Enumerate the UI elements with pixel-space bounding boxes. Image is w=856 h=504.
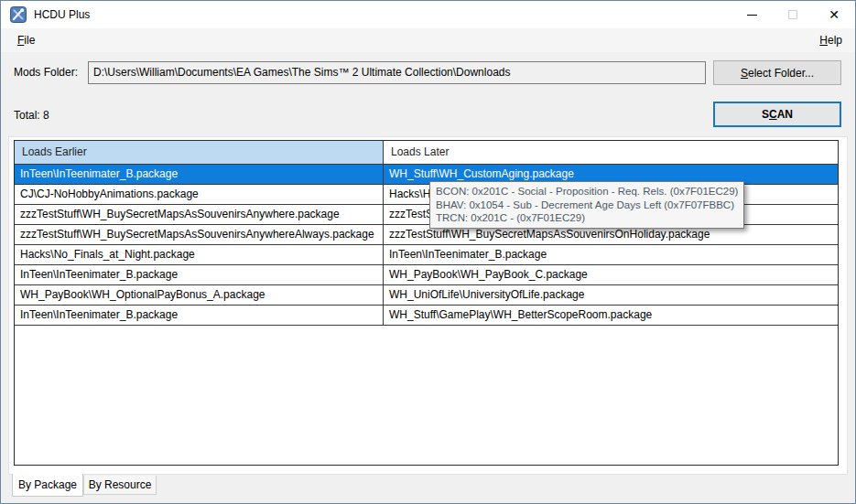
total-label: Total: 8 xyxy=(14,103,49,127)
menu-item-file[interactable]: File xyxy=(10,28,42,52)
tooltip-line: TRCN: 0x201C - (0x7F01EC29) xyxy=(436,211,738,225)
select-folder-button[interactable]: Select Folder... xyxy=(713,60,841,85)
table-row[interactable]: WH_PayBook\WH_OptionalPayBonus_A.package… xyxy=(15,285,838,306)
menu-bar: File Help xyxy=(1,28,855,52)
tooltip-line: BHAV: 0x1054 - Sub - Decrement Age Days … xyxy=(436,198,738,212)
window-title: HCDU Plus xyxy=(34,1,90,28)
conflict-tooltip: BCON: 0x201C - Social - Proposition - Re… xyxy=(429,181,744,229)
minimize-icon xyxy=(747,15,757,16)
table-row[interactable]: InTeen\InTeenimater_B.package WH_Stuff\G… xyxy=(15,306,838,326)
maximize-button xyxy=(772,1,814,28)
table-row[interactable]: Hacks\No_Finals_at_Night.package InTeen\… xyxy=(15,245,838,265)
table-row[interactable]: InTeen\InTeenimater_B.package WH_PayBook… xyxy=(15,265,838,285)
title-bar: HCDU Plus ✕ xyxy=(1,1,855,28)
column-header-loads-later[interactable]: Loads Later xyxy=(384,141,838,164)
column-header-loads-earlier[interactable]: Loads Earlier xyxy=(15,141,384,164)
scan-button[interactable]: SCAN xyxy=(713,102,841,127)
mods-folder-input[interactable]: D:\Users\William\Documents\EA Games\The … xyxy=(88,61,706,84)
tab-by-package[interactable]: By Package xyxy=(12,474,83,497)
table-header-row: Loads Earlier Loads Later xyxy=(15,141,838,165)
app-icon xyxy=(10,6,27,23)
close-button[interactable]: ✕ xyxy=(813,1,855,28)
mods-folder-label: Mods Folder: xyxy=(14,61,78,84)
close-icon: ✕ xyxy=(829,7,840,22)
menu-item-help[interactable]: Help xyxy=(812,28,850,52)
tooltip-line: BCON: 0x201C - Social - Proposition - Re… xyxy=(436,185,738,198)
app-window: HCDU Plus ✕ File Help Mods Folder: D:\Us… xyxy=(0,0,856,504)
maximize-icon xyxy=(788,10,797,19)
tab-by-resource[interactable]: By Resource xyxy=(83,476,157,495)
minimize-button[interactable] xyxy=(731,1,773,28)
